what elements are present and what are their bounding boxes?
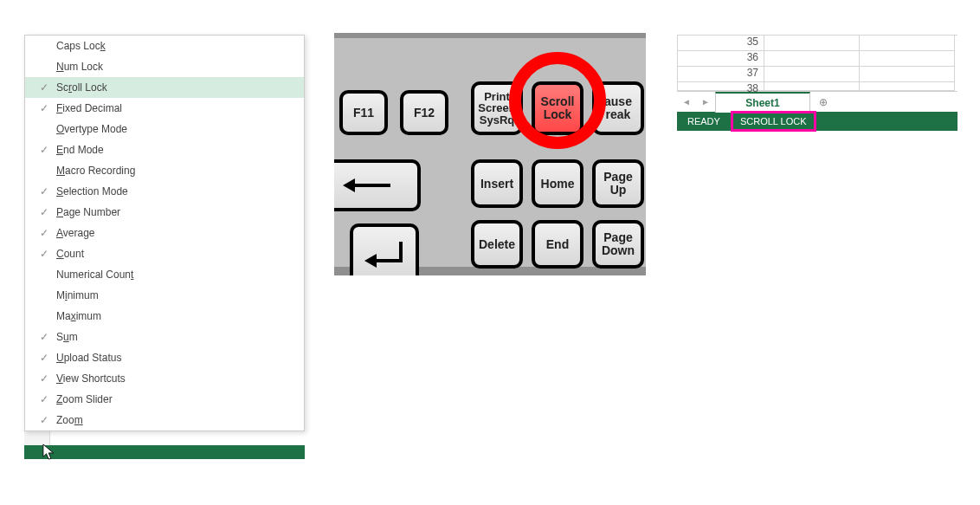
key-label: Delete [479,238,515,251]
menu-item-label: Upload Status [55,352,121,364]
menu-item[interactable]: Caps Lock [25,36,304,56]
key-end: End [532,220,583,269]
menu-item-label: Minimum [55,289,99,301]
key-page-up: Page Up [592,159,644,208]
menu-item-label: Caps Lock [55,40,106,52]
key-label: Print [484,91,510,103]
cell[interactable] [764,51,860,67]
arrow-left-icon [343,177,395,194]
menu-item-label: Selection Mode [55,185,128,197]
check-icon: ✓ [34,206,55,218]
table-row[interactable]: 38 [678,82,957,91]
check-icon: ✓ [34,352,55,364]
row-header[interactable]: 38 [678,82,764,91]
menu-item[interactable]: ✓Zoom [25,410,304,431]
status-scroll-lock: SCROLL LOCK [731,111,816,132]
menu-item-label: Maximum [55,310,101,322]
plus-circle-icon: ⊕ [819,96,828,108]
cell[interactable] [764,36,860,51]
key-home: Home [532,159,583,208]
key-page-down: Page Down [592,220,644,269]
table-row[interactable]: 35 [678,36,957,51]
status-bar[interactable]: READY SCROLL LOCK [677,112,957,131]
row-header[interactable]: 36 [678,51,764,67]
check-icon: ✓ [34,144,55,156]
menu-item-label: Average [55,227,95,239]
keyboard-illustration: F11 F12 Print Screen SysRq Scroll Lock a… [334,33,646,275]
menu-item-label: Sum [55,331,78,343]
menu-item[interactable]: Num Lock [25,56,304,77]
menu-item[interactable]: ✓Sum [25,327,304,347]
svg-marker-1 [343,178,355,192]
cell[interactable] [764,67,860,82]
menu-item[interactable]: ✓Page Number [25,202,304,223]
menu-item-label: View Shortcuts [55,372,126,385]
check-icon: ✓ [34,372,55,385]
check-icon: ✓ [34,414,55,426]
status-ready: READY [677,116,731,126]
cell[interactable] [860,67,955,82]
add-sheet-button[interactable]: ⊕ [810,96,836,108]
menu-item-label: Overtype Mode [55,123,127,135]
key-f12: F12 [400,90,448,135]
svg-marker-2 [364,254,377,268]
menu-item[interactable]: ✓View Shortcuts [25,368,304,389]
menu-item-label: End Mode [55,144,104,156]
menu-item-label: Zoom [55,414,83,426]
menu-item[interactable]: Numerical Count [25,264,304,285]
key-label: F11 [353,107,374,120]
key-insert: Insert [471,159,523,208]
row-header[interactable]: 35 [678,36,764,51]
menu-item[interactable]: ✓Fixed Decimal [25,98,304,119]
cell[interactable] [860,36,955,51]
menu-item[interactable]: ✓Count [25,243,304,264]
key-label: Insert [480,178,513,191]
menu-item-label: Scroll Lock [55,81,107,94]
key-label: Page [603,231,632,244]
menu-item-label: Macro Recording [55,165,135,177]
key-f11: F11 [339,90,388,135]
excel-window-slice: 35363738 ◄ ► Sheet1 ⊕ READY SCROLL LOCK [677,35,957,131]
menu-item[interactable]: ✓Upload Status [25,347,304,368]
status-bar-left[interactable] [24,445,305,459]
enter-arrow-icon [363,238,406,273]
menu-item[interactable]: ✓Zoom Slider [25,389,304,410]
key-backspace [334,159,421,211]
sheet-nav[interactable]: ◄ ► [677,97,715,107]
menu-item[interactable]: ✓Selection Mode [25,181,304,202]
menu-item-label: Fixed Decimal [55,102,122,114]
check-icon: ✓ [34,81,55,94]
menu-item[interactable]: Overtype Mode [25,119,304,139]
sheet-tab-bar: ◄ ► Sheet1 ⊕ [677,91,957,112]
row-header[interactable]: 37 [678,67,764,82]
menu-item-label: Num Lock [55,61,103,73]
cell[interactable] [860,51,955,67]
key-enter [350,223,419,275]
menu-item[interactable]: ✓Average [25,223,304,243]
nav-next-icon[interactable]: ► [701,97,710,107]
table-row[interactable]: 37 [678,67,957,82]
sheet-tab-label: Sheet1 [745,97,779,109]
menu-item-label: Page Number [55,206,120,218]
key-label: F12 [414,107,435,120]
sheet-tab-active[interactable]: Sheet1 [715,92,810,113]
key-delete: Delete [471,220,523,269]
cell[interactable] [764,82,860,91]
nav-prev-icon[interactable]: ◄ [682,97,691,107]
menu-item[interactable]: ✓Scroll Lock [25,77,304,98]
menu-item-label: Numerical Count [55,269,133,281]
key-label: Down [602,244,635,257]
menu-item[interactable]: Macro Recording [25,160,304,181]
key-label: Up [610,184,627,197]
check-icon: ✓ [34,248,55,260]
menu-item[interactable]: Minimum [25,285,304,306]
check-icon: ✓ [34,393,55,405]
menu-item[interactable]: Maximum [25,306,304,327]
worksheet-grid[interactable]: 35363738 [677,35,957,91]
table-row[interactable]: 36 [678,51,957,67]
key-label: ause [604,95,632,108]
cell[interactable] [860,82,955,91]
menu-item[interactable]: ✓End Mode [25,139,304,160]
check-icon: ✓ [34,102,55,114]
key-label: End [546,238,569,251]
